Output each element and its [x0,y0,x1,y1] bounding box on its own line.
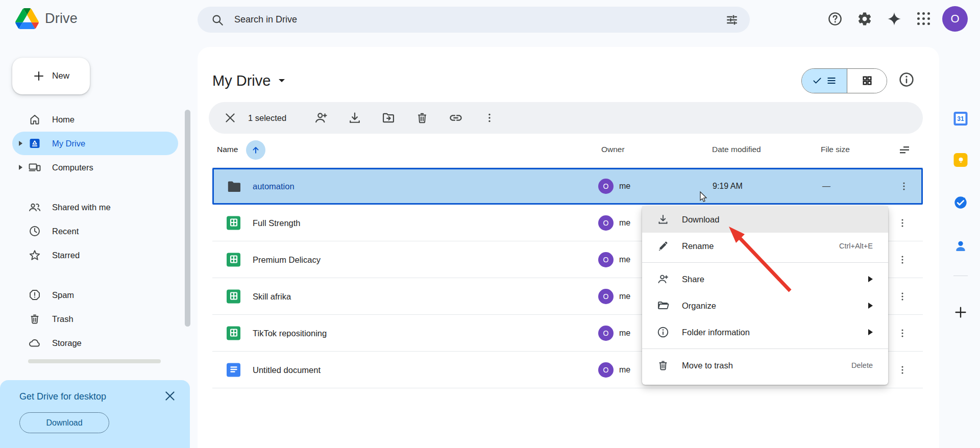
search-bar[interactable] [198,7,750,33]
owner-avatar: O [598,362,614,378]
row-more-button[interactable] [894,176,914,196]
row-more-button[interactable] [892,250,913,270]
settings-gear-icon [857,11,872,27]
check-icon [812,76,822,86]
row-more-button[interactable] [892,360,913,380]
sidebar-item-spam[interactable]: Spam [12,283,178,307]
organize-icon [657,300,669,312]
tasks-app-button[interactable] [953,195,968,212]
gemini-sparkle-icon [887,11,902,27]
owner-label: me [619,329,630,338]
sidebar-item-trash[interactable]: Trash [12,307,178,331]
grid-view-icon [862,75,873,86]
rename-icon [657,240,669,252]
sort-direction-button[interactable] [246,140,265,160]
column-file-size[interactable]: File size [821,145,850,154]
list-settings-button[interactable] [898,144,911,158]
menu-item-folder-information[interactable]: Folder information [642,319,888,345]
promo-download-button[interactable]: Download [19,412,109,433]
starred-icon [28,249,41,261]
link-icon [449,111,463,125]
column-date-modified[interactable]: Date modified [712,145,761,154]
owner-label: me [619,292,630,301]
menu-item-label: Rename [682,241,839,251]
sidebar-item-starred[interactable]: Starred [12,243,178,267]
keep-app-button[interactable] [954,153,968,167]
drive-logo-icon [15,8,39,29]
recent-icon [28,225,41,237]
trash-icon [415,111,429,125]
column-name[interactable]: Name [217,145,238,154]
owner-label: me [619,365,630,375]
sidebar-scrollbar[interactable] [185,110,190,327]
shared-with-me-icon [28,201,41,213]
sidebar-item-label: Trash [52,314,74,324]
row-more-button[interactable] [892,213,913,233]
sidebar-item-label: Computers [52,163,93,172]
clear-selection-icon[interactable] [224,111,237,125]
contacts-app-button[interactable] [953,239,968,255]
new-button[interactable]: New [12,58,90,94]
help-button[interactable] [824,8,846,30]
sidebar-item-home[interactable]: Home [12,108,178,131]
sidebar-item-label: Shared with me [52,203,111,212]
list-view-icon [826,76,837,86]
google-apps-button[interactable] [913,8,935,30]
menu-item-label: Folder information [682,328,868,337]
move-button[interactable] [375,107,402,129]
info-icon [898,71,915,88]
promo-close-icon[interactable] [163,389,177,403]
calendar-app-button[interactable]: 31 [954,112,968,126]
expand-caret-icon[interactable] [19,165,22,170]
side-panel-rail: 31 [941,47,980,448]
menu-item-rename[interactable]: RenameCtrl+Alt+E [642,233,888,259]
menu-item-organize[interactable]: Organize [642,292,888,319]
menu-item-download[interactable]: Download [642,206,888,233]
drive-logo[interactable]: Drive [15,8,78,29]
expand-caret-icon[interactable] [19,141,22,146]
sidebar-item-label: Recent [52,227,79,236]
account-avatar[interactable]: O [942,6,968,32]
search-filters-icon[interactable] [725,13,739,27]
move-folder-icon [381,111,396,125]
sheets-file-icon [227,253,240,266]
sidebar-item-computers[interactable]: Computers [12,156,178,179]
column-owner[interactable]: Owner [601,145,625,154]
file-name: automation [253,182,295,191]
copy-link-button[interactable] [443,107,469,129]
search-input[interactable] [234,14,725,25]
more-actions-button[interactable] [476,107,503,129]
calendar-icon: 31 [954,112,968,126]
share-button[interactable] [308,107,334,129]
owner-label: me [619,218,630,228]
sidebar-item-shared-with-me[interactable]: Shared with me [12,195,178,219]
grid-view-toggle[interactable] [847,69,887,93]
selection-toolbar: 1 selected [209,102,923,134]
page-title-dropdown[interactable]: My Drive [212,72,286,89]
download-button[interactable] [341,107,368,129]
sidebar-item-label: My Drive [52,139,85,148]
row-more-button[interactable] [892,286,913,307]
date-modified: 9:19 AM [713,182,743,191]
menu-item-move-to-trash[interactable]: Move to trashDelete [642,352,888,379]
get-addons-button[interactable] [953,305,968,322]
menu-item-label: Move to trash [682,361,851,370]
sidebar-item-recent[interactable]: Recent [12,219,178,243]
plus-icon [33,70,45,82]
chevron-down-icon [278,78,286,84]
sidebar-item-storage[interactable]: Storage [12,331,178,355]
row-more-button[interactable] [892,323,913,343]
view-toggle [801,68,887,93]
trash-button[interactable] [409,107,435,129]
sidebar-item-my-drive[interactable]: My Drive [12,132,178,155]
menu-item-share[interactable]: Share [642,266,888,292]
gemini-button[interactable] [883,8,905,30]
download-icon [657,213,669,226]
menu-item-label: Download [682,215,873,225]
list-view-toggle[interactable] [802,69,847,93]
file-row-automation[interactable]: automationOme9:19 AM— [212,168,923,205]
details-button[interactable] [898,71,915,90]
menu-divider [642,349,888,349]
search-icon [211,13,224,27]
settings-button[interactable] [853,8,876,30]
